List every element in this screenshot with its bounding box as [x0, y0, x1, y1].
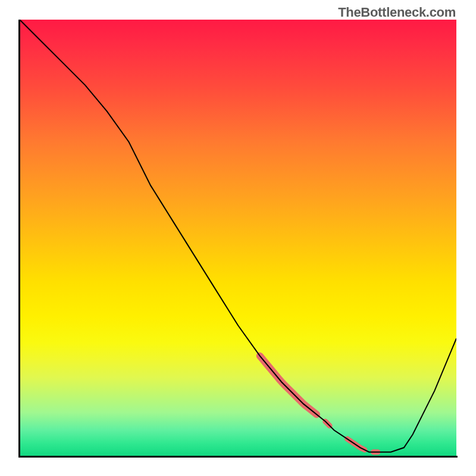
chart-svg — [20, 20, 456, 456]
watermark-text: TheBottleneck.com — [338, 5, 456, 20]
chart-container: TheBottleneck.com — [0, 0, 476, 476]
highlight-segment — [260, 356, 317, 414]
bottleneck-curve-path — [20, 20, 456, 452]
highlight-segments — [260, 356, 378, 452]
